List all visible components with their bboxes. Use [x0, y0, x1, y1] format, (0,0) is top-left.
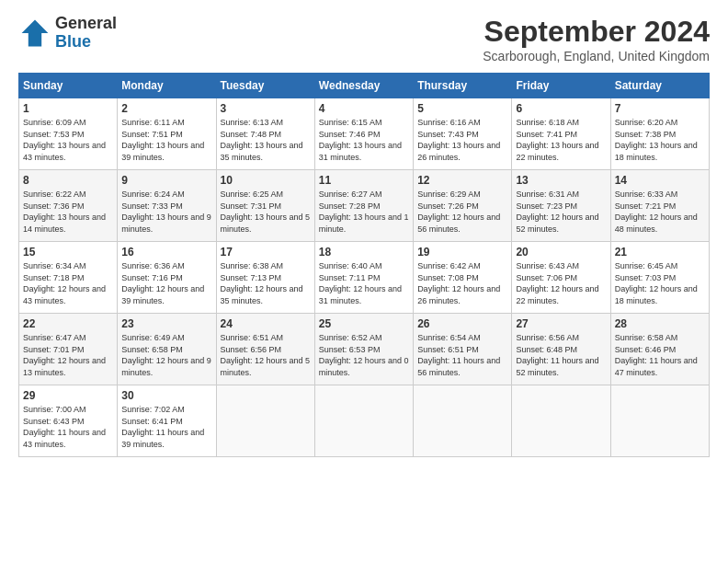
month-title: September 2024 — [483, 15, 710, 49]
day-info: Sunrise: 6:49 AMSunset: 6:58 PMDaylight:… — [121, 332, 211, 378]
calendar-cell: 2Sunrise: 6:11 AMSunset: 7:51 PMDaylight… — [118, 98, 216, 170]
day-number: 20 — [516, 246, 606, 259]
day-info: Sunrise: 7:00 AMSunset: 6:43 PMDaylight:… — [23, 404, 113, 450]
day-info: Sunrise: 6:11 AMSunset: 7:51 PMDaylight:… — [121, 117, 211, 163]
day-info: Sunrise: 6:27 AMSunset: 7:28 PMDaylight:… — [319, 189, 409, 235]
day-number: 24 — [221, 317, 311, 330]
header: General Blue September 2024 Scarborough,… — [18, 15, 710, 63]
day-number: 2 — [121, 102, 211, 115]
weekday-header-thursday: Thursday — [414, 74, 512, 98]
day-number: 12 — [417, 174, 507, 187]
calendar-cell — [314, 385, 413, 457]
calendar-cell: 4Sunrise: 6:15 AMSunset: 7:46 PMDaylight… — [314, 98, 413, 170]
calendar-cell: 19Sunrise: 6:42 AMSunset: 7:08 PMDayligh… — [414, 242, 512, 314]
calendar-cell: 6Sunrise: 6:18 AMSunset: 7:41 PMDaylight… — [512, 98, 610, 170]
day-number: 4 — [319, 102, 409, 115]
calendar-cell: 12Sunrise: 6:29 AMSunset: 7:26 PMDayligh… — [414, 170, 512, 242]
calendar-cell: 29Sunrise: 7:00 AMSunset: 6:43 PMDayligh… — [19, 385, 118, 457]
day-info: Sunrise: 6:24 AMSunset: 7:33 PMDaylight:… — [121, 189, 211, 235]
day-info: Sunrise: 6:43 AMSunset: 7:06 PMDaylight:… — [516, 260, 606, 306]
day-number: 9 — [121, 174, 211, 187]
calendar-cell: 8Sunrise: 6:22 AMSunset: 7:36 PMDaylight… — [19, 170, 118, 242]
calendar-cell: 1Sunrise: 6:09 AMSunset: 7:53 PMDaylight… — [19, 98, 118, 170]
day-number: 7 — [615, 102, 705, 115]
day-number: 26 — [417, 317, 507, 330]
day-info: Sunrise: 6:47 AMSunset: 7:01 PMDaylight:… — [23, 332, 113, 378]
day-number: 6 — [516, 102, 606, 115]
day-number: 27 — [516, 317, 606, 330]
weekday-header-friday: Friday — [512, 74, 610, 98]
calendar-table: SundayMondayTuesdayWednesdayThursdayFrid… — [18, 73, 710, 457]
day-info: Sunrise: 6:29 AMSunset: 7:26 PMDaylight:… — [417, 189, 507, 235]
day-number: 14 — [615, 174, 705, 187]
day-info: Sunrise: 6:45 AMSunset: 7:03 PMDaylight:… — [615, 260, 705, 306]
day-info: Sunrise: 6:52 AMSunset: 6:53 PMDaylight:… — [319, 332, 409, 378]
day-info: Sunrise: 6:56 AMSunset: 6:48 PMDaylight:… — [516, 332, 606, 378]
day-number: 15 — [23, 246, 113, 259]
svg-marker-0 — [22, 19, 49, 46]
day-info: Sunrise: 6:36 AMSunset: 7:16 PMDaylight:… — [121, 260, 211, 306]
calendar-cell: 25Sunrise: 6:52 AMSunset: 6:53 PMDayligh… — [314, 314, 413, 385]
calendar-cell: 24Sunrise: 6:51 AMSunset: 6:56 PMDayligh… — [216, 314, 314, 385]
weekday-header-monday: Monday — [118, 74, 216, 98]
calendar-cell: 10Sunrise: 6:25 AMSunset: 7:31 PMDayligh… — [216, 170, 314, 242]
title-area: September 2024 Scarborough, England, Uni… — [483, 15, 710, 63]
day-info: Sunrise: 6:31 AMSunset: 7:23 PMDaylight:… — [516, 189, 606, 235]
day-info: Sunrise: 6:58 AMSunset: 6:46 PMDaylight:… — [615, 332, 705, 378]
day-info: Sunrise: 6:40 AMSunset: 7:11 PMDaylight:… — [319, 260, 409, 306]
day-info: Sunrise: 6:33 AMSunset: 7:21 PMDaylight:… — [615, 189, 705, 235]
day-info: Sunrise: 6:54 AMSunset: 6:51 PMDaylight:… — [417, 332, 507, 378]
weekday-header-sunday: Sunday — [19, 74, 118, 98]
calendar-cell: 9Sunrise: 6:24 AMSunset: 7:33 PMDaylight… — [118, 170, 216, 242]
day-number: 21 — [615, 246, 705, 259]
logo: General Blue — [18, 15, 117, 52]
weekday-header-wednesday: Wednesday — [314, 74, 413, 98]
week-row-1: 1Sunrise: 6:09 AMSunset: 7:53 PMDaylight… — [19, 98, 710, 170]
calendar-cell: 5Sunrise: 6:16 AMSunset: 7:43 PMDaylight… — [414, 98, 512, 170]
weekday-header-tuesday: Tuesday — [216, 74, 314, 98]
location: Scarborough, England, United Kingdom — [483, 49, 710, 63]
day-number: 1 — [23, 102, 113, 115]
day-info: Sunrise: 6:42 AMSunset: 7:08 PMDaylight:… — [417, 260, 507, 306]
day-number: 3 — [221, 102, 311, 115]
day-info: Sunrise: 7:02 AMSunset: 6:41 PMDaylight:… — [121, 404, 211, 450]
day-number: 30 — [121, 389, 211, 402]
day-info: Sunrise: 6:38 AMSunset: 7:13 PMDaylight:… — [221, 260, 311, 306]
day-number: 23 — [121, 317, 211, 330]
calendar-cell: 26Sunrise: 6:54 AMSunset: 6:51 PMDayligh… — [414, 314, 512, 385]
day-number: 16 — [121, 246, 211, 259]
weekday-header-saturday: Saturday — [610, 74, 709, 98]
calendar-cell: 3Sunrise: 6:13 AMSunset: 7:48 PMDaylight… — [216, 98, 314, 170]
calendar-cell: 30Sunrise: 7:02 AMSunset: 6:41 PMDayligh… — [118, 385, 216, 457]
weekday-header-row: SundayMondayTuesdayWednesdayThursdayFrid… — [19, 74, 710, 98]
calendar-cell — [414, 385, 512, 457]
day-info: Sunrise: 6:16 AMSunset: 7:43 PMDaylight:… — [417, 117, 507, 163]
day-number: 18 — [319, 246, 409, 259]
calendar-cell: 23Sunrise: 6:49 AMSunset: 6:58 PMDayligh… — [118, 314, 216, 385]
day-info: Sunrise: 6:25 AMSunset: 7:31 PMDaylight:… — [221, 189, 311, 235]
calendar-cell: 18Sunrise: 6:40 AMSunset: 7:11 PMDayligh… — [314, 242, 413, 314]
calendar-cell: 14Sunrise: 6:33 AMSunset: 7:21 PMDayligh… — [610, 170, 709, 242]
day-info: Sunrise: 6:51 AMSunset: 6:56 PMDaylight:… — [221, 332, 311, 378]
day-number: 29 — [23, 389, 113, 402]
day-number: 5 — [417, 102, 507, 115]
day-number: 19 — [417, 246, 507, 259]
week-row-3: 15Sunrise: 6:34 AMSunset: 7:18 PMDayligh… — [19, 242, 710, 314]
day-info: Sunrise: 6:18 AMSunset: 7:41 PMDaylight:… — [516, 117, 606, 163]
calendar-cell: 17Sunrise: 6:38 AMSunset: 7:13 PMDayligh… — [216, 242, 314, 314]
calendar-cell: 22Sunrise: 6:47 AMSunset: 7:01 PMDayligh… — [19, 314, 118, 385]
week-row-4: 22Sunrise: 6:47 AMSunset: 7:01 PMDayligh… — [19, 314, 710, 385]
day-info: Sunrise: 6:20 AMSunset: 7:38 PMDaylight:… — [615, 117, 705, 163]
page: General Blue September 2024 Scarborough,… — [0, 0, 728, 472]
week-row-2: 8Sunrise: 6:22 AMSunset: 7:36 PMDaylight… — [19, 170, 710, 242]
day-number: 17 — [221, 246, 311, 259]
day-number: 28 — [615, 317, 705, 330]
calendar-cell: 27Sunrise: 6:56 AMSunset: 6:48 PMDayligh… — [512, 314, 610, 385]
calendar-cell: 20Sunrise: 6:43 AMSunset: 7:06 PMDayligh… — [512, 242, 610, 314]
calendar-cell: 15Sunrise: 6:34 AMSunset: 7:18 PMDayligh… — [19, 242, 118, 314]
day-number: 22 — [23, 317, 113, 330]
day-number: 10 — [221, 174, 311, 187]
calendar-cell — [216, 385, 314, 457]
day-info: Sunrise: 6:15 AMSunset: 7:46 PMDaylight:… — [319, 117, 409, 163]
calendar-cell: 21Sunrise: 6:45 AMSunset: 7:03 PMDayligh… — [610, 242, 709, 314]
